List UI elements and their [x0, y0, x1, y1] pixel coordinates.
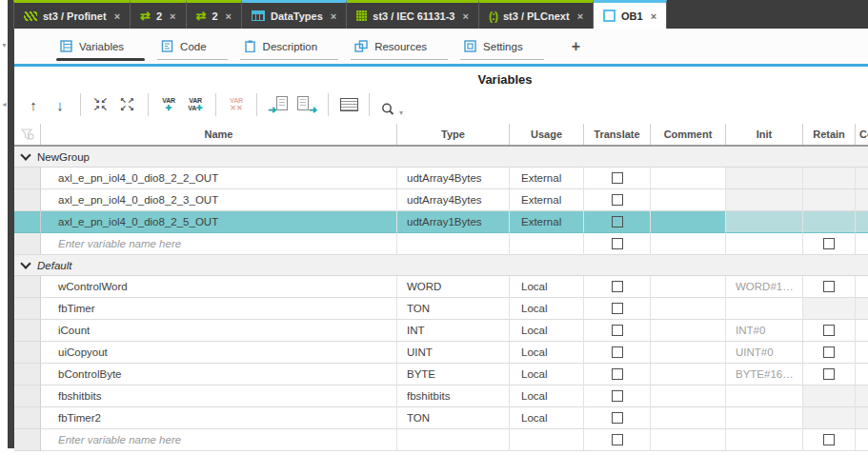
usage-cell[interactable] — [510, 233, 584, 255]
usage-cell[interactable]: Local — [510, 407, 584, 429]
type-cell[interactable]: TON — [397, 298, 510, 320]
name-cell[interactable]: Enter variable name here — [41, 233, 397, 255]
usage-cell[interactable]: Local — [510, 298, 584, 320]
translate-checkbox[interactable] — [612, 412, 623, 424]
constant-cell[interactable] — [856, 168, 868, 189]
row-header-cell[interactable] — [14, 189, 41, 211]
translate-checkbox[interactable] — [612, 346, 623, 358]
row-header-cell[interactable] — [14, 168, 41, 189]
name-cell[interactable]: uiCopyout — [41, 342, 397, 364]
retain-cell[interactable] — [803, 342, 856, 364]
expand-all-button[interactable]: ↖↗ ↙↘ — [118, 92, 137, 117]
translate-cell[interactable] — [584, 211, 651, 233]
init-cell[interactable] — [726, 429, 803, 451]
type-cell[interactable]: BYTE — [397, 364, 510, 386]
splitter-collapse-icon[interactable]: ◄ — [1, 101, 8, 108]
translate-cell[interactable] — [584, 189, 651, 211]
comment-cell[interactable] — [651, 168, 726, 189]
constant-cell[interactable] — [856, 364, 868, 386]
tab-st3-iec61131[interactable]: st3 / IEC 61131-3 × — [347, 0, 479, 29]
name-cell[interactable]: bControlByte — [41, 364, 397, 386]
retain-checkbox[interactable] — [823, 346, 835, 358]
translate-cell[interactable] — [584, 386, 651, 407]
comment-cell[interactable] — [651, 407, 726, 429]
search-button[interactable]: ▾ — [380, 92, 403, 117]
constant-cell[interactable] — [856, 342, 868, 364]
close-icon[interactable]: × — [651, 10, 656, 22]
retain-checkbox[interactable] — [823, 368, 835, 380]
retain-cell[interactable] — [803, 189, 856, 211]
add-variable-button[interactable]: VAR ✚ — [159, 92, 178, 117]
init-cell[interactable] — [726, 233, 803, 255]
usage-cell[interactable]: Local — [510, 342, 584, 364]
tab-ob1[interactable]: OB1 × — [594, 0, 667, 29]
tab-resources[interactable]: Resources — [351, 29, 454, 64]
retain-checkbox[interactable] — [823, 238, 835, 249]
comment-cell[interactable] — [651, 189, 726, 211]
name-cell[interactable]: fbTimer — [41, 298, 397, 320]
usage-cell[interactable]: Local — [510, 320, 584, 342]
translate-cell[interactable] — [584, 320, 651, 342]
close-icon[interactable]: × — [463, 10, 469, 22]
constant-cell[interactable] — [856, 320, 868, 342]
translate-checkbox[interactable] — [612, 368, 623, 380]
row-header-cell[interactable] — [14, 233, 41, 255]
comment-cell[interactable] — [651, 276, 726, 298]
import-csv-button[interactable]: ➜ — [268, 95, 289, 114]
tab-st3-profinet[interactable]: st3 / Profinet × — [13, 0, 131, 29]
tab-variables[interactable]: Variables — [56, 29, 151, 64]
name-cell[interactable]: fbshitbits — [41, 386, 397, 407]
comment-cell[interactable] — [651, 298, 726, 320]
type-cell[interactable]: WORD — [397, 276, 510, 298]
column-properties-button[interactable] — [339, 92, 358, 117]
retain-cell[interactable] — [803, 211, 856, 233]
add-tab-button[interactable]: + — [572, 29, 580, 64]
collapsed-panel-splitter[interactable] — [8, 29, 14, 448]
column-header-retain[interactable]: Retain — [803, 124, 856, 145]
name-cell[interactable]: iCount — [41, 320, 397, 342]
close-icon[interactable]: × — [226, 10, 232, 22]
row-header-cell[interactable] — [14, 407, 41, 429]
type-cell[interactable]: udtArray1Bytes — [397, 211, 510, 233]
close-icon[interactable]: × — [170, 10, 175, 22]
delete-variable-button[interactable]: VAR ✕✕ — [227, 92, 246, 117]
usage-cell[interactable] — [510, 429, 584, 451]
filter-header-cell[interactable] — [14, 124, 41, 145]
translate-checkbox[interactable] — [612, 390, 623, 402]
translate-cell[interactable] — [584, 298, 651, 320]
comment-cell[interactable] — [651, 429, 726, 451]
column-header-comment[interactable]: Comment — [651, 124, 726, 145]
translate-checkbox[interactable] — [612, 281, 623, 292]
collapse-group-icon[interactable] — [20, 149, 30, 160]
usage-cell[interactable]: External — [510, 189, 584, 211]
translate-cell[interactable] — [584, 407, 651, 429]
retain-checkbox[interactable] — [823, 281, 835, 292]
constant-cell[interactable] — [856, 233, 868, 255]
type-cell[interactable] — [397, 429, 510, 451]
type-cell[interactable]: TON — [397, 407, 510, 429]
type-cell[interactable] — [397, 233, 510, 255]
usage-cell[interactable]: Local — [510, 364, 584, 386]
usage-cell[interactable]: Local — [510, 386, 584, 407]
column-header-type[interactable]: Type — [397, 124, 510, 145]
row-header-cell[interactable] — [14, 386, 41, 407]
tab-code[interactable]: Code — [157, 29, 233, 64]
retain-cell[interactable] — [803, 168, 856, 189]
retain-cell[interactable] — [803, 276, 856, 298]
comment-cell[interactable] — [651, 233, 726, 255]
usage-cell[interactable]: Local — [510, 276, 584, 298]
tab-st3-plcnext[interactable]: (:) st3 / PLCnext × — [479, 0, 594, 29]
row-header-cell[interactable] — [14, 429, 41, 451]
column-header-constant[interactable]: Constant — [856, 124, 868, 145]
row-header-cell[interactable] — [14, 342, 41, 364]
translate-cell[interactable] — [584, 429, 651, 451]
retain-cell[interactable] — [803, 386, 856, 407]
column-header-usage[interactable]: Usage — [510, 124, 584, 145]
init-cell[interactable] — [726, 168, 803, 189]
init-cell[interactable] — [726, 407, 803, 429]
constant-cell[interactable] — [856, 429, 868, 451]
collapse-group-icon[interactable] — [20, 258, 30, 268]
init-cell[interactable] — [726, 386, 803, 407]
tab-description[interactable]: Description — [240, 29, 345, 64]
row-header-cell[interactable] — [14, 364, 41, 386]
